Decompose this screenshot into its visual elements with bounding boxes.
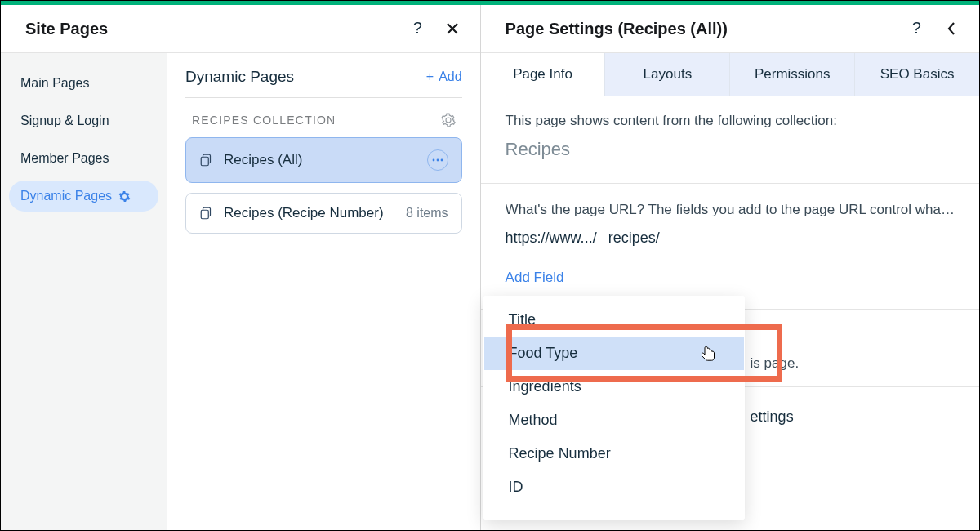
field-option-id[interactable]: ID — [484, 471, 744, 504]
sidebar-item-dynamic-pages[interactable]: Dynamic Pages — [9, 181, 158, 212]
help-icon[interactable]: ? — [410, 20, 426, 37]
svg-text:?: ? — [912, 20, 921, 37]
dynamic-pages-heading: Dynamic Pages — [185, 68, 294, 86]
field-option-method[interactable]: Method — [484, 404, 744, 437]
sidebar: Main Pages Signup & Login Member Pages D… — [1, 53, 167, 530]
url-base: https://www.../ — [506, 230, 597, 247]
add-label: Add — [439, 69, 461, 84]
tab-page-info[interactable]: Page Info — [481, 53, 605, 96]
add-dynamic-page-button[interactable]: + Add — [426, 69, 462, 84]
collection-description: This page shows content from the followi… — [506, 113, 955, 129]
svg-point-4 — [436, 159, 439, 162]
sidebar-item-label: Member Pages — [20, 151, 109, 166]
add-field-link[interactable]: Add Field — [506, 270, 564, 286]
field-option-title[interactable]: Title — [484, 303, 744, 337]
pages-icon — [199, 206, 214, 221]
hidden-page-text: is page. — [751, 355, 955, 372]
sidebar-item-main-pages[interactable]: Main Pages — [9, 68, 158, 99]
field-option-food-type[interactable]: Food Type — [484, 337, 744, 370]
url-path: recipes/ — [608, 230, 660, 247]
gear-icon — [118, 190, 131, 203]
site-pages-panel: Site Pages ? Main Pages Signup & — [1, 5, 481, 530]
site-pages-title: Site Pages — [25, 20, 108, 38]
sidebar-item-signup-login[interactable]: Signup & Login — [9, 105, 158, 136]
sidebar-item-label: Dynamic Pages — [20, 189, 112, 203]
sidebar-item-member-pages[interactable]: Member Pages — [9, 143, 158, 174]
collection-name: Recipes — [506, 139, 955, 160]
add-field-dropdown: Title Food Type Ingredients Method Recip… — [483, 296, 745, 520]
sidebar-item-label: Signup & Login — [20, 114, 109, 128]
help-icon[interactable]: ? — [909, 20, 925, 37]
page-settings-title: Page Settings (Recipes (All)) — [506, 20, 728, 38]
more-actions-button[interactable] — [427, 149, 448, 171]
collection-gear-icon[interactable] — [441, 113, 456, 127]
settings-tabs: Page Info Layouts Permissions SEO Basics — [481, 52, 979, 96]
field-option-ingredients[interactable]: Ingredients — [484, 370, 744, 404]
svg-point-3 — [432, 159, 434, 162]
field-option-recipe-number[interactable]: Recipe Number — [484, 437, 744, 471]
dynamic-pages-main: Dynamic Pages + Add RECIPES COLLECTION — [167, 53, 480, 530]
dynamic-page-recipes-all[interactable]: Recipes (All) — [185, 137, 462, 183]
plus-icon: + — [426, 69, 434, 84]
collection-label: RECIPES COLLECTION — [192, 114, 336, 127]
page-settings-partial: ettings — [751, 408, 955, 426]
dynamic-page-recipes-number[interactable]: Recipes (Recipe Number) 8 items — [185, 193, 462, 234]
url-question: What's the page URL? The fields you add … — [506, 202, 955, 218]
cursor-icon — [702, 346, 716, 362]
svg-text:?: ? — [412, 20, 421, 37]
tab-permissions[interactable]: Permissions — [729, 53, 854, 96]
page-settings-panel: Page Settings (Recipes (All)) ? Page Inf… — [481, 5, 979, 530]
close-icon[interactable] — [444, 20, 461, 37]
pages-icon — [199, 153, 214, 167]
back-icon[interactable] — [943, 20, 960, 37]
tab-seo-basics[interactable]: SEO Basics — [854, 53, 979, 96]
sidebar-item-label: Main Pages — [20, 76, 90, 91]
svg-rect-2 — [201, 157, 208, 166]
divider — [481, 183, 979, 184]
page-card-label: Recipes (All) — [224, 152, 302, 168]
svg-point-5 — [440, 159, 443, 162]
page-card-meta: 8 items — [406, 206, 448, 221]
page-card-label: Recipes (Recipe Number) — [224, 205, 384, 221]
svg-rect-7 — [201, 210, 208, 219]
tab-layouts[interactable]: Layouts — [604, 53, 729, 96]
